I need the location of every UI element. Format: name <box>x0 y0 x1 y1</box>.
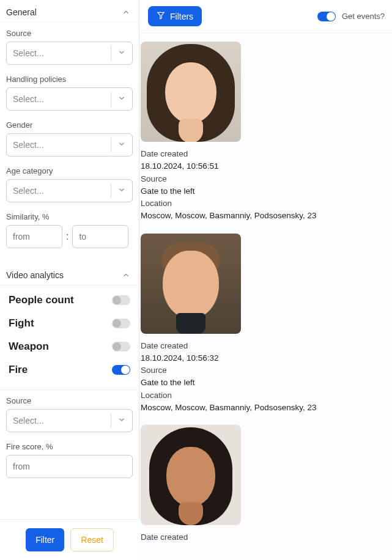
event-meta: Date created18.10.2024, 10:56:32SourceGa… <box>141 340 387 414</box>
chevron-down-icon <box>117 186 126 196</box>
get-events-control: Get events? <box>317 12 385 21</box>
select-gender[interactable]: Select... <box>6 133 133 157</box>
select-placeholder: Select... <box>13 186 44 196</box>
app-root: General Source Select... Handling polici… <box>0 0 392 560</box>
event-source-value: Gate to the left <box>141 377 387 389</box>
sidebar-scroll[interactable]: General Source Select... Handling polici… <box>0 0 139 560</box>
select-divider <box>111 183 111 198</box>
filter-action-bar: Filter Reset <box>0 519 139 560</box>
select-va-source[interactable]: Select... <box>6 409 133 432</box>
toggle-fire[interactable] <box>112 365 130 375</box>
select-divider <box>111 46 111 61</box>
toggle-row-people-count: People count <box>0 286 139 315</box>
chevron-down-icon <box>117 416 126 426</box>
reset-button[interactable]: Reset <box>70 528 114 551</box>
event-meta: Date created18.10.2024, 10:56:51SourceGa… <box>141 148 387 223</box>
toggle-label-weapon: Weapon <box>9 341 49 353</box>
select-handling-policies[interactable]: Select... <box>6 87 133 111</box>
event-card[interactable]: Date created18.10.2024, 10:56:51SourceGa… <box>139 42 387 234</box>
label-age: Age category <box>6 166 133 175</box>
event-source-label: Source <box>141 173 387 185</box>
field-handling-policies: Handling policies Select... <box>0 68 139 114</box>
get-events-label: Get events? <box>342 12 385 21</box>
label-fire-score: Fire score, % <box>6 442 133 451</box>
event-meta: Date created <box>141 531 387 543</box>
svg-marker-0 <box>158 12 165 18</box>
range-separator: : <box>66 231 68 242</box>
filters-button[interactable]: Filters <box>148 6 202 26</box>
person-face-icon <box>141 425 241 525</box>
section-header-video-analytics[interactable]: Video analytics <box>0 263 139 286</box>
filters-button-label: Filters <box>170 12 193 21</box>
topbar: Filters Get events? <box>139 0 392 33</box>
toggle-people-count[interactable] <box>112 295 130 305</box>
toggle-label-fight: Fight <box>9 317 34 330</box>
field-fire-score: Fire score, % <box>0 436 139 482</box>
toggle-label-people-count: People count <box>9 294 74 306</box>
toggle-row-weapon: Weapon <box>0 338 139 361</box>
label-source: Source <box>6 29 133 38</box>
chevron-down-icon <box>117 94 126 105</box>
similarity-to-input[interactable] <box>72 225 128 248</box>
toggle-label-fire: Fire <box>9 364 28 376</box>
field-va-source: Source Select... <box>0 390 139 436</box>
label-handling-policies: Handling policies <box>6 75 133 84</box>
funnel-icon <box>157 11 165 21</box>
events-list[interactable]: Date created18.10.2024, 10:56:51SourceGa… <box>139 33 392 560</box>
event-card[interactable]: Date created <box>139 425 387 554</box>
event-date-value: 18.10.2024, 10:56:51 <box>141 160 387 172</box>
event-location-value: Moscow, Moscow, Basmanniy, Podsosensky, … <box>141 402 387 414</box>
main-panel: Filters Get events? Date created18.10.20… <box>139 0 392 560</box>
chevron-up-icon <box>122 8 130 17</box>
toggle-get-events[interactable] <box>317 12 336 21</box>
select-placeholder: Select... <box>13 416 44 426</box>
person-face-icon <box>141 42 241 142</box>
event-date-label: Date created <box>141 148 387 160</box>
event-date-label: Date created <box>141 531 387 543</box>
event-photo[interactable] <box>141 42 241 142</box>
field-gender: Gender Select... <box>0 114 139 160</box>
select-placeholder: Select... <box>13 48 44 58</box>
event-location-label: Location <box>141 389 387 402</box>
select-divider <box>111 138 111 152</box>
event-photo[interactable] <box>141 234 241 334</box>
event-date-value: 18.10.2024, 10:56:32 <box>141 352 387 364</box>
fire-score-from-input[interactable] <box>6 455 133 478</box>
select-divider <box>111 413 111 428</box>
select-divider <box>111 92 111 106</box>
event-source-label: Source <box>141 364 387 377</box>
label-va-source: Source <box>6 396 133 405</box>
field-age: Age category Select... <box>0 160 139 206</box>
event-location-label: Location <box>141 197 387 210</box>
chevron-up-icon <box>122 271 130 279</box>
select-placeholder: Select... <box>13 140 44 150</box>
similarity-from-input[interactable] <box>6 225 62 248</box>
section-title-video-analytics: Video analytics <box>6 270 64 280</box>
chevron-down-icon <box>117 140 126 150</box>
select-placeholder: Select... <box>13 94 44 104</box>
section-header-general[interactable]: General <box>0 0 139 23</box>
event-date-label: Date created <box>141 340 387 352</box>
toggle-row-fight: Fight <box>0 315 139 338</box>
toggle-fight[interactable] <box>112 319 130 328</box>
person-face-icon <box>141 234 241 334</box>
label-similarity: Similarity, % <box>6 212 133 221</box>
filter-sidebar: General Source Select... Handling polici… <box>0 0 139 560</box>
event-photo[interactable] <box>141 425 241 525</box>
toggle-weapon[interactable] <box>112 342 130 352</box>
event-source-value: Gate to the left <box>141 185 387 197</box>
select-source[interactable]: Select... <box>6 42 133 65</box>
video-analytics-toggles: People count Fight Weapon Fire <box>0 286 139 390</box>
field-source: Source Select... <box>0 23 139 68</box>
chevron-down-icon <box>117 48 126 59</box>
filter-button[interactable]: Filter <box>26 528 64 551</box>
toggle-row-fire: Fire <box>0 361 139 385</box>
section-title-general: General <box>6 7 37 17</box>
select-age[interactable]: Select... <box>6 179 133 202</box>
event-card[interactable]: Date created18.10.2024, 10:56:32SourceGa… <box>139 234 387 426</box>
event-location-value: Moscow, Moscow, Basmanniy, Podsosensky, … <box>141 210 387 222</box>
field-similarity: Similarity, % : <box>0 206 139 252</box>
label-gender: Gender <box>6 120 133 130</box>
